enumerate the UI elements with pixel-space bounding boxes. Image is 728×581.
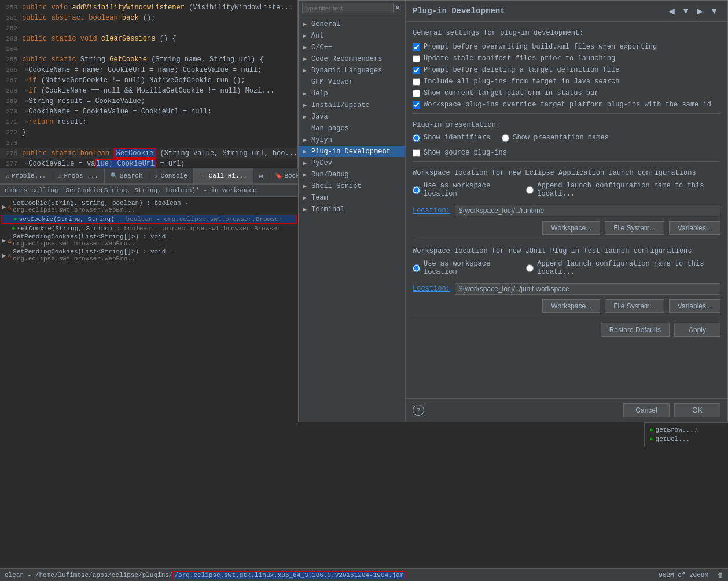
workspace-btn1[interactable]: Workspace... bbox=[542, 221, 600, 235]
checkbox-show-source-input[interactable] bbox=[413, 149, 420, 157]
bookmarks-icon: 🔖 bbox=[275, 172, 282, 179]
file-system-btn2[interactable]: File System... bbox=[605, 299, 664, 313]
tree-item-shell-script[interactable]: ▶Shell Script bbox=[299, 181, 405, 192]
checkbox-workspace-plugins-input[interactable] bbox=[413, 101, 420, 109]
code-line: 269 » String result = CookieValue; bbox=[0, 96, 297, 106]
prefs-content-panel: Plug-in Development ◀ ▼ ▶ ▼ General sett… bbox=[406, 1, 727, 422]
location-input1[interactable] bbox=[455, 205, 720, 216]
checkbox-delete-target-input[interactable] bbox=[413, 67, 420, 74]
code-lines: 253public void addVisibilityWindowListen… bbox=[0, 0, 297, 168]
tree-item-pydev[interactable]: ▶PyDev bbox=[299, 157, 405, 169]
location-input2[interactable] bbox=[455, 283, 720, 295]
tree-item-plugin-dev[interactable]: ▶Plug-in Development bbox=[299, 146, 405, 157]
variables-btn1[interactable]: Variables... bbox=[669, 221, 720, 235]
bottom-buttons: Restore Defaults Apply bbox=[413, 323, 720, 337]
tree-arrow-icon: ▶ bbox=[303, 148, 309, 155]
console-icon: ▷ bbox=[155, 172, 159, 179]
radio-append2-input[interactable] bbox=[526, 264, 534, 272]
radio-workspace1: Use as workspace location bbox=[413, 182, 514, 198]
cancel-button[interactable]: Cancel bbox=[623, 403, 670, 417]
code-line: 253public void addVisibilityWindowListen… bbox=[0, 2, 297, 13]
garbage-collect-icon[interactable]: 🗑 bbox=[718, 572, 723, 579]
file-system-btn1[interactable]: File System... bbox=[605, 221, 664, 235]
code-line: 265public static String GetCookie (Strin… bbox=[0, 54, 297, 65]
prefs-title: Plug-in Development bbox=[413, 6, 505, 16]
checkbox-workspace-plugins-label: Workspace plug-ins override target platf… bbox=[424, 101, 711, 109]
tree-arrow-icon: ▶ bbox=[303, 21, 309, 28]
tree-item-help[interactable]: ▶Help bbox=[299, 88, 405, 100]
get-del-item[interactable]: ● getDel... bbox=[647, 435, 726, 444]
radio-show-ids-input[interactable] bbox=[413, 134, 420, 142]
status-right: 962M of 2068M 🗑 bbox=[659, 572, 723, 579]
code-line: 276public static boolean SetCookie (Stri… bbox=[0, 148, 297, 159]
checkbox-show-platform-input[interactable] bbox=[413, 90, 420, 97]
code-line: 262 bbox=[0, 23, 297, 34]
ch-method-icon: △ bbox=[8, 203, 12, 211]
tree-item-dynamic-langs[interactable]: ▶Dynamic Languages bbox=[299, 65, 405, 76]
tab-probs[interactable]: ⚠Probs ... bbox=[52, 168, 104, 183]
ch-item-pending1[interactable]: ▶ △ SetPendingCookies(List<String[]>) : … bbox=[0, 233, 298, 248]
tree-item-java[interactable]: ▶Java bbox=[299, 111, 405, 123]
ch-item[interactable]: ▶ △ SetCookie(String, String, boolean) :… bbox=[0, 199, 298, 214]
tab-call-hierarchy[interactable]: 📞Call Hi... bbox=[194, 168, 253, 183]
prefs-header: Plug-in Development ◀ ▼ ▶ ▼ bbox=[406, 1, 727, 22]
radio-append1-label: Append launch configuration name to this… bbox=[537, 182, 720, 198]
button-row2: Workspace... File System... Variables... bbox=[413, 299, 720, 313]
variables-btn2[interactable]: Variables... bbox=[669, 299, 720, 313]
divider4 bbox=[413, 318, 720, 318]
nav-forward-button[interactable]: ▶ bbox=[694, 5, 705, 17]
tree-item-man[interactable]: Man pages bbox=[299, 123, 405, 134]
tree-item-mylyn[interactable]: ▶Mylyn bbox=[299, 134, 405, 146]
divider1 bbox=[413, 113, 720, 114]
tree-item-install[interactable]: ▶Install/Update bbox=[299, 100, 405, 111]
location-label2[interactable]: Location: bbox=[413, 285, 450, 293]
tree-item-gfm[interactable]: GFM Viewer bbox=[299, 76, 405, 88]
help-icon[interactable]: ? bbox=[413, 405, 424, 416]
tree-item-cpp[interactable]: ▶C/C++ bbox=[299, 42, 405, 53]
ch-item-selected1[interactable]: ● setCookie(String, String) : boolean - … bbox=[1, 215, 297, 224]
checkbox-stale-manifest-input[interactable] bbox=[413, 55, 420, 62]
ch-item-pending2[interactable]: ▶ △ SetPendingCookies(List<String[]>) : … bbox=[0, 248, 298, 263]
get-brow-item[interactable]: ● getBrow... △ bbox=[647, 425, 726, 435]
tab-close[interactable]: ⊠ bbox=[253, 168, 270, 183]
filter-clear-button[interactable]: ✕ bbox=[394, 4, 402, 12]
status-memory: 962M of 2068M bbox=[659, 572, 708, 579]
checkbox-build-xml: Prompt before overwriting build.xml file… bbox=[413, 43, 720, 51]
location-label1[interactable]: Location: bbox=[413, 207, 450, 215]
nav-dropdown2-button[interactable]: ▼ bbox=[708, 5, 720, 17]
divider2 bbox=[413, 161, 720, 162]
workspace-radios1: Use as workspace location Append launch … bbox=[413, 182, 720, 201]
radio-append1-input[interactable] bbox=[526, 186, 534, 194]
ch-expand-icon3: ▶ bbox=[2, 252, 6, 259]
tabs-bar: ⚠Proble... ⚠Probs ... 🔍Search ▷Console 📞… bbox=[0, 168, 298, 184]
workspace-btn2[interactable]: Workspace... bbox=[542, 299, 600, 313]
tab-console[interactable]: ▷Console bbox=[149, 168, 194, 183]
nav-dropdown-button[interactable]: ▼ bbox=[679, 5, 692, 17]
tree-item-code-recommenders[interactable]: ▶Code Recommenders bbox=[299, 53, 405, 65]
code-line: 273 bbox=[0, 138, 297, 148]
nav-back-button[interactable]: ◀ bbox=[666, 5, 677, 17]
checkbox-include-plugins-input[interactable] bbox=[413, 78, 420, 86]
ok-button[interactable]: OK bbox=[674, 403, 720, 417]
root: 253public void addVisibilityWindowListen… bbox=[0, 0, 728, 581]
radio-show-names: Show presentation names bbox=[502, 134, 609, 142]
radio-workspace2-input[interactable] bbox=[413, 264, 420, 272]
tab-problems[interactable]: ⚠Proble... bbox=[0, 168, 52, 183]
radio-show-names-input[interactable] bbox=[502, 134, 509, 142]
radio-workspace1-input[interactable] bbox=[413, 186, 420, 194]
checkbox-build-xml-input[interactable] bbox=[413, 43, 420, 51]
code-line: 264 bbox=[0, 44, 297, 54]
ch-item-selected2[interactable]: ● setCookie(String, String) : boolean - … bbox=[0, 225, 298, 233]
apply-button[interactable]: Apply bbox=[674, 323, 720, 337]
restore-defaults-button[interactable]: Restore Defaults bbox=[601, 323, 670, 337]
tree-item-terminal[interactable]: ▶Terminal bbox=[299, 204, 405, 215]
filter-input[interactable] bbox=[302, 3, 394, 13]
code-line: 277 » CookieValue = value; CookieUrl = u… bbox=[0, 159, 297, 168]
status-path: olean - /home/lufimtse/apps/eclipse/plug… bbox=[5, 572, 406, 579]
tree-item-general[interactable]: ▶General bbox=[299, 19, 405, 30]
tree-item-team[interactable]: ▶Team bbox=[299, 192, 405, 204]
tree-item-run-debug[interactable]: ▶Run/Debug bbox=[299, 169, 405, 181]
tab-search[interactable]: 🔍Search bbox=[105, 168, 149, 183]
tree-item-ant[interactable]: ▶Ant bbox=[299, 30, 405, 42]
footer-buttons: Cancel OK bbox=[623, 403, 720, 417]
